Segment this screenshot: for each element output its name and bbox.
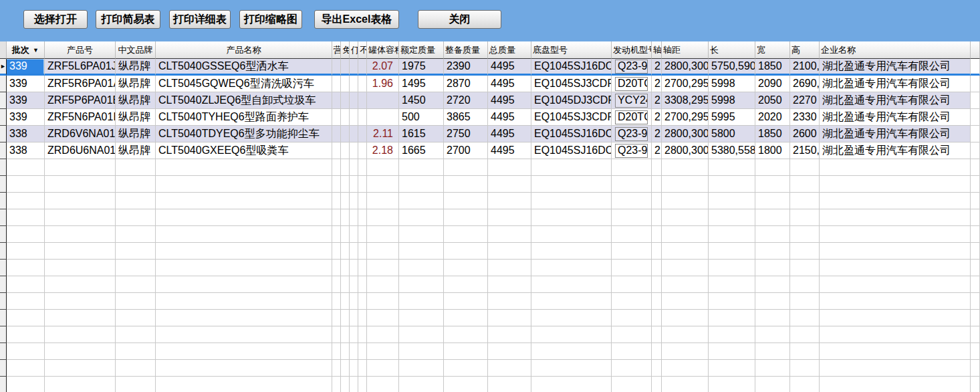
- close-button[interactable]: 关闭: [418, 10, 501, 29]
- row-gutter-cell[interactable]: [0, 142, 7, 159]
- col-header-axle-count[interactable]: 轴数: [652, 41, 662, 59]
- cell-company[interactable]: 湖北盈通专用汽车有限公司: [820, 92, 971, 109]
- cell-height[interactable]: 2100,2: [790, 59, 820, 76]
- cell-flag1[interactable]: [332, 76, 341, 92]
- cell-axle-count[interactable]: 2: [652, 109, 662, 126]
- cell-chassis-model[interactable]: EQ1045SJ3CDF: [531, 76, 612, 92]
- cell-flag1[interactable]: [332, 142, 341, 159]
- cell-engine-model[interactable]: D20TCII: [612, 109, 652, 126]
- cell-rated-mass[interactable]: 1975: [399, 59, 444, 76]
- print-thumbnail-button[interactable]: 打印缩略图: [239, 10, 302, 29]
- export-excel-button[interactable]: 导出Excel表格: [314, 10, 399, 29]
- open-file-button[interactable]: 选择打开: [23, 10, 88, 29]
- cell-flag4[interactable]: [358, 76, 367, 92]
- cell-product-name[interactable]: CLT5040GSSEQ6型洒水车: [156, 59, 332, 76]
- cell-flag2[interactable]: [341, 59, 350, 76]
- engine-model-box[interactable]: YCY241: [615, 94, 648, 108]
- cell-batch[interactable]: 339: [7, 92, 45, 109]
- cell-flag4[interactable]: [358, 142, 367, 159]
- col-header-product-no[interactable]: 产品号: [45, 41, 116, 59]
- cell-engine-model[interactable]: Q23-95E: [612, 59, 652, 76]
- cell-curb-mass[interactable]: 2700: [444, 142, 488, 159]
- cell-tank-volume[interactable]: 1.96: [367, 76, 399, 92]
- cell-width[interactable]: 2090: [755, 76, 790, 92]
- cell-height[interactable]: 2270: [790, 92, 820, 109]
- cell-curb-mass[interactable]: 3865: [444, 109, 488, 126]
- cell-rated-mass[interactable]: 500: [399, 109, 444, 126]
- cell-curb-mass[interactable]: 2750: [444, 126, 488, 142]
- cell-total-mass[interactable]: 4495: [488, 109, 531, 126]
- col-header-rated-mass[interactable]: 额定质量: [399, 41, 444, 59]
- cell-batch[interactable]: 339: [7, 76, 45, 92]
- engine-model-box[interactable]: D20TCII: [615, 110, 648, 124]
- cell-flag1[interactable]: [332, 59, 341, 76]
- cell-company[interactable]: 湖北盈通专用汽车有限公司: [820, 142, 971, 159]
- cell-product-name[interactable]: CLT5040GXEEQ6型吸粪车: [156, 142, 332, 159]
- cell-rated-mass[interactable]: 1450: [399, 92, 444, 109]
- cell-wheelbase[interactable]: 2700,2950,: [662, 76, 709, 92]
- cell-axle-count[interactable]: 2: [652, 59, 662, 76]
- cell-flag2[interactable]: [341, 76, 350, 92]
- col-header-flag3[interactable]: 仃: [350, 41, 358, 59]
- cell-chassis-model[interactable]: EQ1045SJ16DC: [531, 126, 612, 142]
- col-header-height[interactable]: 高: [790, 41, 820, 59]
- cell-width[interactable]: 2020: [755, 109, 790, 126]
- cell-axle-count[interactable]: 2: [652, 126, 662, 142]
- cell-length[interactable]: 5800: [709, 126, 755, 142]
- cell-batch[interactable]: 338: [7, 142, 45, 159]
- print-simple-table-button[interactable]: 打印简易表: [96, 10, 160, 29]
- cell-total-mass[interactable]: 4495: [488, 59, 531, 76]
- col-header-length[interactable]: 长: [709, 41, 755, 59]
- cell-height[interactable]: 2150,2: [790, 142, 820, 159]
- cell-product-no[interactable]: ZRD6U6NA01S: [45, 142, 116, 159]
- row-gutter-cell[interactable]: [0, 76, 7, 92]
- row-gutter-cell[interactable]: [0, 126, 7, 142]
- cell-flag3[interactable]: [350, 142, 358, 159]
- cell-wheelbase[interactable]: 2800,3000,: [662, 59, 709, 76]
- col-header-product-name[interactable]: 产品名称: [156, 41, 332, 59]
- cell-flag4[interactable]: [358, 92, 367, 109]
- cell-axle-count[interactable]: 2: [652, 92, 662, 109]
- col-header-total-mass[interactable]: 总质量: [488, 41, 531, 59]
- cell-wheelbase[interactable]: 2800,3000,: [662, 126, 709, 142]
- cell-product-name[interactable]: CLT5040ZLJEQ6型自卸式垃圾车: [156, 92, 332, 109]
- engine-model-box[interactable]: Q23-95E: [615, 144, 648, 158]
- engine-model-box[interactable]: Q23-95E: [615, 127, 648, 141]
- cell-total-mass[interactable]: 4495: [488, 126, 531, 142]
- cell-flag1[interactable]: [332, 92, 341, 109]
- cell-batch[interactable]: 339: [7, 109, 45, 126]
- cell-length[interactable]: 5995: [709, 109, 755, 126]
- cell-tank-volume[interactable]: [367, 92, 399, 109]
- cell-product-no[interactable]: ZRF5R6PA01A: [45, 76, 116, 92]
- cell-total-mass[interactable]: 4495: [488, 142, 531, 159]
- cell-rated-mass[interactable]: 1495: [399, 76, 444, 92]
- cell-flag3[interactable]: [350, 92, 358, 109]
- cell-length[interactable]: 5998: [709, 76, 755, 92]
- cell-flag2[interactable]: [341, 126, 350, 142]
- engine-model-box[interactable]: D20TCII: [615, 77, 648, 91]
- cell-rated-mass[interactable]: 1615: [399, 126, 444, 142]
- cell-axle-count[interactable]: 2: [652, 142, 662, 159]
- cell-brand[interactable]: 纵昂牌: [116, 126, 156, 142]
- cell-tank-volume[interactable]: [367, 109, 399, 126]
- cell-flag1[interactable]: [332, 126, 341, 142]
- col-header-batch[interactable]: 批次▼: [7, 41, 45, 59]
- cell-width[interactable]: 2050: [755, 92, 790, 109]
- cell-company[interactable]: 湖北盈通专用汽车有限公司: [820, 76, 971, 92]
- col-header-brand[interactable]: 中文品牌: [116, 41, 156, 59]
- cell-brand[interactable]: 纵昂牌: [116, 109, 156, 126]
- cell-flag2[interactable]: [341, 142, 350, 159]
- cell-product-no[interactable]: ZRF5P6PA01B: [45, 92, 116, 109]
- cell-rated-mass[interactable]: 1665: [399, 142, 444, 159]
- cell-width[interactable]: 1850: [755, 126, 790, 142]
- cell-product-no[interactable]: ZRF5N6PA01E: [45, 109, 116, 126]
- cell-height[interactable]: 2600: [790, 126, 820, 142]
- cell-axle-count[interactable]: 2: [652, 76, 662, 92]
- cell-engine-model[interactable]: D20TCII: [612, 76, 652, 92]
- col-header-engine-model[interactable]: 发动机型号: [612, 41, 652, 59]
- cell-height[interactable]: 2690,2: [790, 76, 820, 92]
- cell-length[interactable]: 5998: [709, 92, 755, 109]
- cell-batch[interactable]: 339: [7, 59, 45, 76]
- cell-flag2[interactable]: [341, 92, 350, 109]
- cell-product-name[interactable]: CLT5040TYHEQ6型路面养护车: [156, 109, 332, 126]
